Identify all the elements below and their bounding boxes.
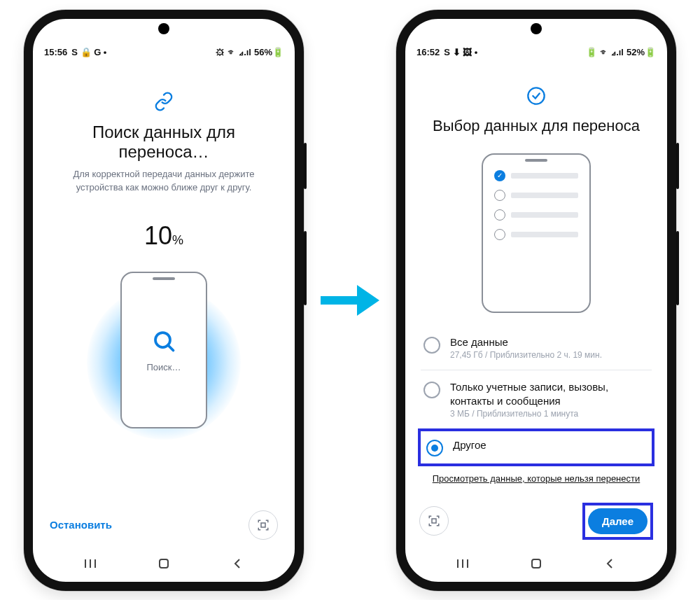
link-icon — [33, 92, 295, 111]
phone-side-button — [676, 143, 679, 189]
option-title: Только учетные записи, вызовы, контакты … — [450, 380, 649, 407]
scan-button[interactable] — [248, 510, 278, 540]
nav-recents[interactable] — [83, 557, 97, 571]
mini-notch — [153, 277, 175, 280]
nav-back[interactable] — [230, 557, 244, 571]
searching-label: Поиск… — [146, 362, 181, 372]
status-bar: 16:52 S ⬇ 🖼 • 🔋 ᯤ ⊿.ıl 52%🔋 — [405, 39, 667, 62]
screen-search: 15:56 S 🔒 G • ⚙ ᯤ ⊿.ıl 56%🔋 Поиск данных… — [33, 19, 295, 582]
nav-back[interactable] — [603, 557, 617, 571]
status-bar: 15:56 S 🔒 G • ⚙ ᯤ ⊿.ıl 56%🔋 — [33, 39, 295, 62]
radio-selected[interactable] — [426, 440, 443, 456]
svg-point-7 — [528, 88, 544, 104]
status-left: 16:52 S ⬇ 🖼 • — [416, 47, 477, 57]
android-navbar — [405, 550, 667, 582]
stop-button[interactable]: Остановить — [50, 519, 112, 531]
status-icons: 🔋 ᯤ ⊿.ıl — [586, 47, 624, 57]
status-icons: ⚙ ᯤ ⊿.ıl — [216, 47, 251, 57]
svg-rect-8 — [432, 519, 436, 523]
nav-recents[interactable] — [456, 557, 470, 571]
option-sub: 3 МБ / Приблизительно 1 минута — [450, 409, 649, 419]
phone-side-button — [304, 143, 307, 189]
android-navbar — [33, 550, 295, 582]
svg-rect-12 — [532, 559, 540, 568]
scan-button[interactable] — [419, 506, 449, 536]
arrow-icon — [321, 265, 379, 335]
option-title: Все данные — [450, 335, 602, 349]
check-icon: ✓ — [494, 170, 505, 181]
non-transferable-link[interactable]: Просмотреть данные, которые нельзя перен… — [422, 473, 650, 484]
phone-side-button — [676, 231, 679, 305]
svg-line-1 — [169, 346, 174, 351]
option-other[interactable]: Другое — [418, 428, 654, 466]
mini-phone: Поиск… — [120, 272, 207, 428]
option-all-data[interactable]: Все данные 27,45 Гб / Приблизительно 2 ч… — [421, 326, 652, 371]
battery-pct: 52%🔋 — [626, 47, 656, 57]
phone-side-button — [304, 231, 307, 305]
progress-value: 10 — [144, 221, 172, 250]
page-subtitle: Для корректной передачи данных держите у… — [55, 167, 272, 195]
status-time: 16:52 — [416, 47, 440, 57]
illustration: Поиск… — [33, 258, 295, 510]
page-title: Поиск данных для переноса… — [50, 123, 278, 162]
svg-rect-2 — [261, 523, 265, 527]
footer: Остановить — [33, 510, 295, 550]
option-sub: 27,45 Гб / Приблизительно 2 ч. 19 мин. — [450, 350, 602, 360]
next-button[interactable]: Далее — [588, 508, 648, 534]
radio[interactable] — [424, 382, 440, 398]
progress-unit: % — [172, 233, 183, 247]
phone-frame: 15:56 S 🔒 G • ⚙ ᯤ ⊿.ıl 56%🔋 Поиск данных… — [24, 10, 304, 591]
phone-frame: 16:52 S ⬇ 🖼 • 🔋 ᯤ ⊿.ıl 52%🔋 Выбор данных… — [396, 10, 676, 591]
nav-home[interactable] — [157, 557, 171, 571]
status-indicators: S 🔒 G • — [71, 47, 106, 57]
battery-pct: 56%🔋 — [254, 47, 284, 57]
status-right: 🔋 ᯤ ⊿.ıl 52%🔋 — [586, 47, 656, 57]
next-highlight: Далее — [582, 503, 653, 540]
progress: 10% — [33, 221, 295, 251]
checkmark-circle-icon — [405, 86, 667, 106]
nav-home[interactable] — [529, 557, 543, 571]
page-title: Выбор данных для переноса — [422, 117, 650, 135]
options-list: Все данные 27,45 Гб / Приблизительно 2 ч… — [421, 326, 652, 429]
radio[interactable] — [424, 337, 440, 354]
svg-rect-6 — [160, 559, 168, 568]
search-icon — [150, 327, 178, 355]
option-accounts-only[interactable]: Только учетные записи, вызовы, контакты … — [421, 370, 652, 428]
status-time: 15:56 — [44, 47, 67, 57]
status-indicators: S ⬇ 🖼 • — [444, 47, 477, 57]
illustration: ✓ — [482, 153, 591, 313]
status-left: 15:56 S 🔒 G • — [44, 47, 106, 57]
mini-notch — [525, 159, 547, 162]
phone-right: 16:52 S ⬇ 🖼 • 🔋 ᯤ ⊿.ıl 52%🔋 Выбор данных… — [396, 10, 676, 591]
option-title: Другое — [453, 438, 486, 452]
screen-select: 16:52 S ⬇ 🖼 • 🔋 ᯤ ⊿.ıl 52%🔋 Выбор данных… — [405, 19, 667, 582]
footer: Далее — [405, 503, 667, 550]
phone-left: 15:56 S 🔒 G • ⚙ ᯤ ⊿.ıl 56%🔋 Поиск данных… — [24, 10, 304, 591]
status-right: ⚙ ᯤ ⊿.ıl 56%🔋 — [216, 47, 284, 57]
